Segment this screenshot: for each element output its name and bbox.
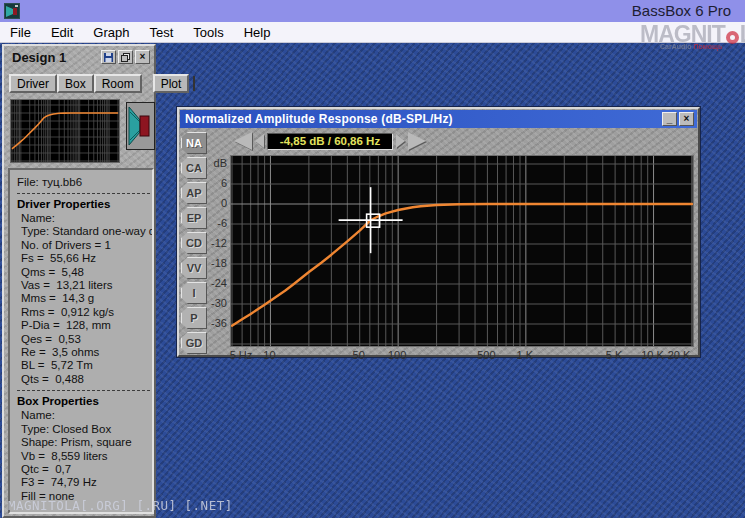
property-line: Name: (17, 409, 152, 422)
menu-help[interactable]: Help (234, 22, 281, 43)
response-preview-thumbnail[interactable] (10, 99, 120, 163)
design-tab-box[interactable]: Box (57, 74, 94, 93)
property-line: BL = 5,72 Tm (17, 359, 152, 372)
property-line: Fill = none (17, 490, 152, 503)
x-tick-label: 5 K (594, 349, 634, 361)
cursor-step-left-fast-icon[interactable] (234, 132, 252, 150)
driver-properties-list: Name:Type: Standard one-way drivNo. of D… (17, 212, 152, 386)
graph-window: Normalized Amplitude Response (dB-SPL/Hz… (177, 107, 700, 357)
property-line: Vb = 8,559 liters (17, 450, 152, 463)
y-tick-label: -12 (203, 237, 227, 249)
cursor-step-right-fast-icon[interactable] (408, 132, 426, 150)
property-line: F3 = 74,79 Hz (17, 476, 152, 489)
y-tick-label: dB (203, 157, 227, 169)
copy-icon (121, 53, 130, 62)
menu-edit[interactable]: Edit (41, 22, 83, 43)
graph-tab-gd[interactable]: GD (181, 332, 207, 354)
x-tick-label: 100 (377, 349, 417, 361)
plot-color-swatch[interactable] (193, 76, 195, 91)
speaker-icon (127, 103, 154, 149)
design-tab-plot[interactable]: Plot (153, 74, 190, 93)
menu-tools[interactable]: Tools (183, 22, 233, 43)
graph-minimize-button[interactable]: _ (662, 112, 677, 126)
x-tick-label: 50 (339, 349, 379, 361)
design-panel-title: Design 1 (12, 50, 66, 65)
duplicate-button[interactable] (118, 50, 133, 64)
box-properties-list: Name:Type: Closed BoxShape: Prism, squar… (17, 409, 152, 503)
property-line: Rms = 0,912 kg/s (17, 306, 152, 319)
cursor-step-left-icon[interactable] (255, 134, 264, 148)
graph-window-title: Normalized Amplitude Response (dB-SPL/Hz… (185, 112, 453, 126)
design-close-button[interactable]: × (135, 50, 150, 64)
preview-plot-svg (11, 100, 119, 162)
property-line: Type: Closed Box (17, 423, 152, 436)
design-tab-driver[interactable]: Driver (9, 74, 57, 93)
y-tick-label: 0 (203, 197, 227, 209)
cursor-step-right-icon[interactable] (396, 134, 405, 148)
cursor-readout: -4,85 dB / 60,86 Hz (267, 133, 393, 150)
property-line: Vas = 13,21 liters (17, 279, 152, 292)
plot-area[interactable] (230, 155, 694, 347)
property-line: No. of Drivers = 1 (17, 239, 152, 252)
design-tab-room[interactable]: Room (94, 74, 142, 93)
property-line: Type: Standard one-way driv (17, 225, 152, 238)
x-tick-label: 1 K (505, 349, 545, 361)
property-line: Mms = 14,3 g (17, 292, 152, 305)
design-summary-panel: File: туц.bb6 Driver Properties Name:Typ… (8, 168, 154, 514)
driver-icon[interactable] (126, 102, 155, 150)
box-properties-heading: Box Properties (17, 395, 152, 407)
separator (17, 193, 150, 194)
menu-bar: FileEditGraphTestToolsHelp (0, 22, 745, 43)
separator (17, 390, 150, 391)
y-tick-label: -24 (203, 277, 227, 289)
y-tick-label: -6 (203, 217, 227, 229)
menu-graph[interactable]: Graph (83, 22, 139, 43)
design-panel-titlebar[interactable]: Design 1 × (4, 46, 154, 70)
app-titlebar: BassBox 6 Pro (0, 0, 745, 22)
x-tick-label: 500 (466, 349, 506, 361)
cursor-readout-row: -4,85 dB / 60,86 Hz (209, 132, 426, 150)
save-icon (104, 53, 113, 62)
property-line: P-Dia = 128, mm (17, 319, 152, 332)
property-line: Re = 3,5 ohms (17, 346, 152, 359)
property-line: Qms = 5,48 (17, 266, 152, 279)
property-line: Qes = 0,53 (17, 333, 152, 346)
app-icon (4, 3, 20, 19)
design-tab-row: DriverBoxRoomPlot (9, 74, 150, 93)
y-tick-label: -30 (203, 297, 227, 309)
design-panel: Design 1 × (2, 44, 156, 518)
y-tick-label: -18 (203, 257, 227, 269)
mdi-desktop: Design 1 × (0, 43, 745, 518)
y-tick-label: 6 (203, 177, 227, 189)
response-plot-svg (231, 156, 693, 346)
graph-window-titlebar[interactable]: Normalized Amplitude Response (dB-SPL/Hz… (180, 110, 697, 128)
property-line: Fs = 55,66 Hz (17, 252, 152, 265)
file-label: File: туц.bb6 (17, 176, 152, 188)
menu-file[interactable]: File (0, 22, 41, 43)
x-tick-label: 20 K (659, 349, 699, 361)
menu-test[interactable]: Test (140, 22, 184, 43)
x-tick-label: 10 (249, 349, 289, 361)
y-tick-label: -36 (203, 317, 227, 329)
property-line: Qtc = 0,7 (17, 463, 152, 476)
driver-properties-heading: Driver Properties (17, 198, 152, 210)
save-button[interactable] (101, 50, 116, 64)
graph-close-button[interactable]: × (679, 112, 694, 126)
app-title: BassBox 6 Pro (632, 2, 731, 19)
graph-tab-na[interactable]: NA (181, 132, 207, 154)
property-line: Shape: Prism, square (17, 436, 152, 449)
property-line: Qts = 0,488 (17, 373, 152, 386)
property-line: Name: (17, 212, 152, 225)
bassbox-application-window: BassBox 6 Pro FileEditGraphTestToolsHelp… (0, 0, 745, 518)
